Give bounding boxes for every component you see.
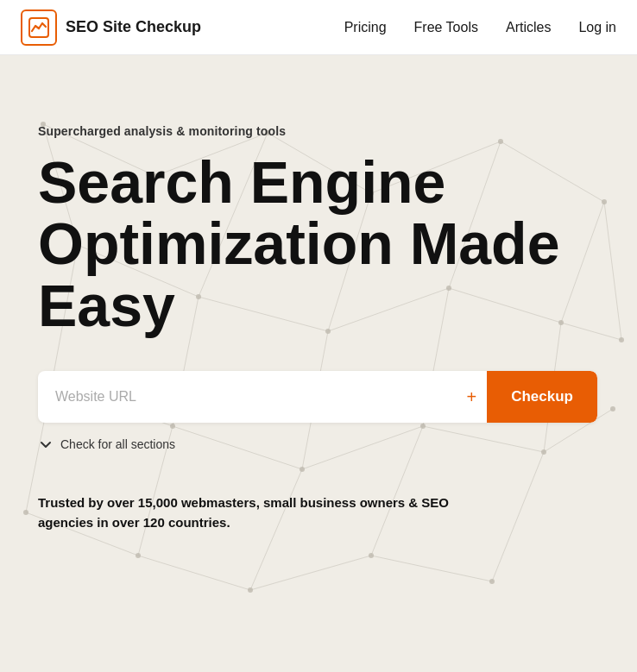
- svg-point-57: [489, 579, 495, 584]
- svg-point-58: [619, 337, 624, 342]
- logo-icon: [21, 9, 57, 46]
- svg-line-28: [138, 556, 250, 590]
- website-url-input[interactable]: [38, 371, 457, 423]
- hero-subtitle: Supercharged analysis & monitoring tools: [38, 124, 599, 138]
- check-sections-label: Check for all sections: [60, 437, 175, 451]
- svg-point-54: [136, 553, 141, 558]
- svg-point-55: [248, 587, 253, 593]
- svg-point-52: [610, 406, 615, 411]
- nav-link-free-tools[interactable]: Free Tools: [414, 20, 478, 35]
- nav-link-articles[interactable]: Articles: [506, 20, 551, 35]
- logo-container: SEO Site Checkup: [21, 9, 201, 46]
- svg-line-34: [604, 202, 621, 340]
- hero-title: Search Engine Optimization Made Easy: [38, 152, 590, 336]
- svg-line-30: [250, 556, 371, 590]
- trusted-text: Trusted by over 15,000 webmasters, small…: [38, 493, 452, 532]
- nav-link-login[interactable]: Log in: [578, 20, 616, 35]
- hero-content: Supercharged analysis & monitoring tools…: [38, 124, 599, 532]
- svg-point-41: [602, 199, 607, 204]
- logo-text: SEO Site Checkup: [66, 18, 201, 36]
- navbar: SEO Site Checkup Pricing Free Tools Arti…: [0, 0, 637, 55]
- svg-point-53: [23, 510, 28, 515]
- checkup-button[interactable]: Checkup: [487, 371, 597, 423]
- svg-point-56: [369, 553, 374, 558]
- chevron-down-icon: [38, 436, 54, 452]
- svg-line-32: [371, 556, 492, 581]
- hero-section: Supercharged analysis & monitoring tools…: [0, 55, 637, 672]
- nav-link-pricing[interactable]: Pricing: [344, 20, 387, 35]
- nav-links: Pricing Free Tools Articles Log in: [344, 20, 616, 35]
- url-input-row: + Checkup: [38, 371, 597, 423]
- check-sections-row[interactable]: Check for all sections: [38, 436, 599, 452]
- plus-icon[interactable]: +: [457, 387, 488, 407]
